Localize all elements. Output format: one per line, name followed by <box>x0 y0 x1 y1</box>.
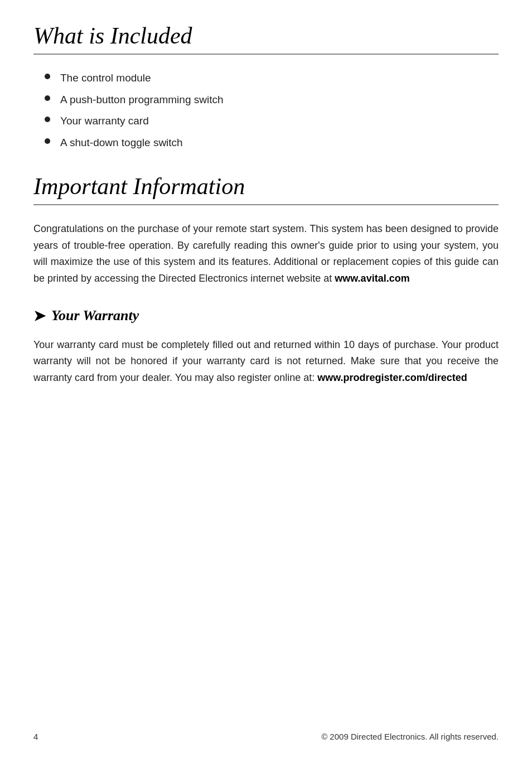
list-item-text: A shut-down toggle switch <box>60 135 183 151</box>
avital-link[interactable]: www.avital.com <box>335 273 409 284</box>
list-item: A push-button programming switch <box>45 92 499 108</box>
arrow-icon: ➤ <box>33 307 46 325</box>
important-information-section: Important Information Congratulations on… <box>33 173 499 287</box>
what-is-included-section: What is Included The control module A pu… <box>33 22 499 151</box>
important-information-title: Important Information <box>33 173 499 205</box>
prodregister-link[interactable]: www.prodregister.com/directed <box>317 372 467 383</box>
included-items-list: The control module A push-button program… <box>45 70 499 151</box>
copyright-text: © 2009 Directed Electronics. All rights … <box>321 732 499 741</box>
list-item: A shut-down toggle switch <box>45 135 499 151</box>
list-item: Your warranty card <box>45 113 499 129</box>
footer: 4 © 2009 Directed Electronics. All right… <box>33 732 499 741</box>
warranty-subtitle-text: Your Warranty <box>51 307 139 324</box>
page: What is Included The control module A pu… <box>0 0 532 758</box>
bullet-icon <box>45 95 50 101</box>
what-is-included-title: What is Included <box>33 22 499 55</box>
list-item: The control module <box>45 70 499 86</box>
warranty-section: ➤ Your Warranty Your warranty card must … <box>33 307 499 387</box>
page-number: 4 <box>33 732 38 741</box>
list-item-text: The control module <box>60 70 151 86</box>
list-item-text: A push-button programming switch <box>60 92 224 108</box>
bullet-icon <box>45 138 50 144</box>
important-information-text: Congratulations on the purchase of your … <box>33 223 499 284</box>
warranty-subtitle: ➤ Your Warranty <box>33 307 499 325</box>
bullet-icon <box>45 74 50 79</box>
important-information-body: Congratulations on the purchase of your … <box>33 221 499 287</box>
list-item-text: Your warranty card <box>60 113 149 129</box>
warranty-body: Your warranty card must be completely fi… <box>33 337 499 387</box>
bullet-icon <box>45 117 50 122</box>
